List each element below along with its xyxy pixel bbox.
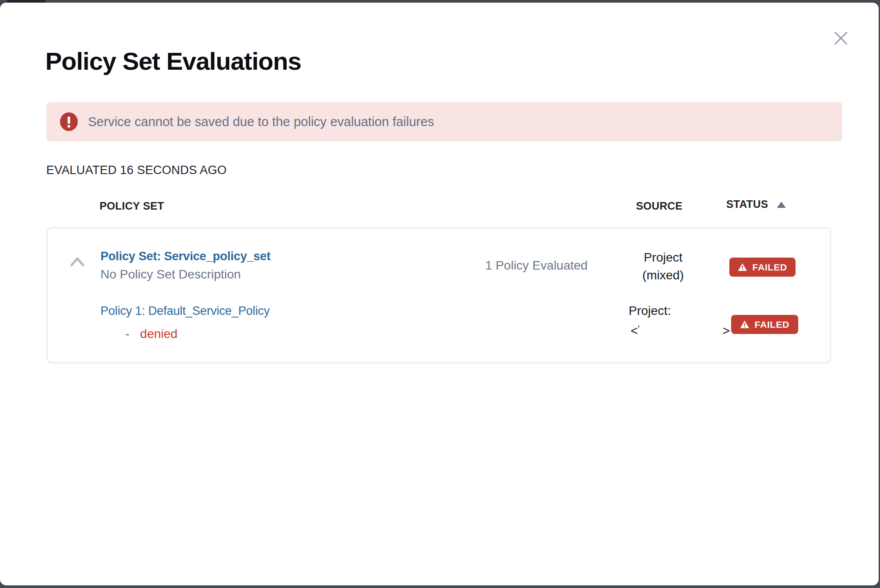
exclamation-circle-icon bbox=[60, 112, 78, 131]
close-button[interactable] bbox=[830, 28, 852, 49]
status-badge-label: FAILED bbox=[755, 319, 789, 330]
policy-set-evaluations-modal: Policy Set Evaluations Service cannot be… bbox=[0, 3, 879, 585]
column-header-source: SOURCE bbox=[636, 200, 682, 212]
error-banner-message: Service cannot be saved due to the polic… bbox=[88, 115, 434, 129]
policy-set-source: Project (mixed) bbox=[619, 249, 708, 284]
policy-link[interactable]: Policy 1: Default_Service_Policy bbox=[100, 304, 270, 318]
source-line-1: Project bbox=[619, 249, 708, 266]
source-redacted-mark: ' bbox=[638, 324, 640, 334]
modal-title: Policy Set Evaluations bbox=[45, 47, 301, 75]
status-badge-failed: FAILED bbox=[731, 315, 798, 334]
policy-evaluation-detail: -denied bbox=[125, 327, 177, 341]
policy-set-link[interactable]: Policy Set: Service_policy_set bbox=[100, 250, 271, 263]
status-badge-label: FAILED bbox=[752, 262, 787, 273]
policy-source-label: Project: bbox=[605, 304, 694, 318]
close-icon bbox=[834, 31, 848, 45]
detail-denied-text: denied bbox=[140, 327, 177, 341]
warning-triangle-icon bbox=[740, 320, 749, 329]
policy-source-value: <' > bbox=[631, 324, 730, 338]
status-badge-failed: FAILED bbox=[729, 258, 796, 277]
chevron-up-icon bbox=[70, 256, 85, 267]
policy-evaluated-count: 1 Policy Evaluated bbox=[472, 258, 601, 273]
warning-triangle-icon bbox=[738, 263, 747, 271]
source-close-bracket: > bbox=[723, 324, 730, 338]
error-banner: Service cannot be saved due to the polic… bbox=[46, 102, 842, 141]
detail-dash: - bbox=[125, 327, 129, 341]
source-open-bracket: <' bbox=[631, 324, 640, 338]
collapse-row-button[interactable] bbox=[67, 253, 88, 270]
policy-set-row-card: Policy Set: Service_policy_set No Policy… bbox=[47, 227, 831, 363]
column-header-status[interactable]: STATUS bbox=[726, 198, 786, 211]
column-header-policy-set: POLICY SET bbox=[100, 200, 164, 212]
evaluated-timestamp: EVALUATED 16 SECONDS AGO bbox=[46, 163, 227, 177]
source-line-2: (mixed) bbox=[619, 266, 708, 284]
sort-ascending-icon bbox=[777, 202, 786, 208]
policy-set-description: No Policy Set Description bbox=[100, 267, 241, 282]
column-header-status-label: STATUS bbox=[726, 198, 768, 211]
